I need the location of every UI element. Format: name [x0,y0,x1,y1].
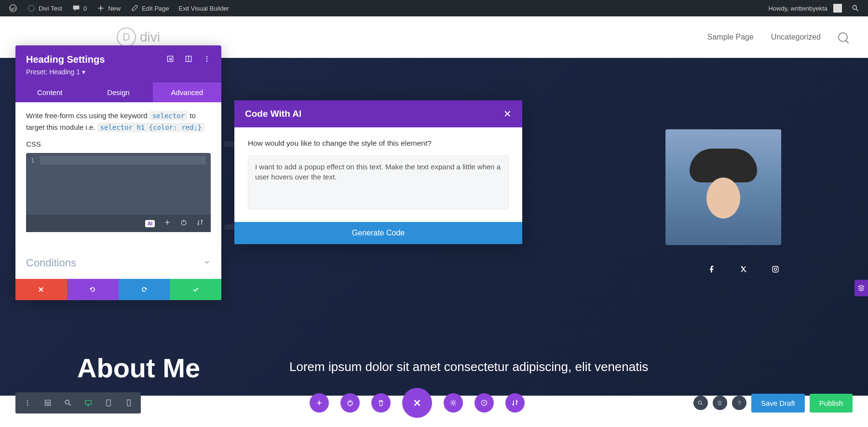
svg-point-10 [206,58,207,59]
svg-rect-19 [49,403,51,406]
svg-point-2 [853,5,856,9]
plus-icon[interactable] [163,219,171,228]
svg-rect-22 [107,400,110,406]
edit-page-link[interactable]: Edit Page [125,0,174,16]
site-name-label: Divi Test [39,5,62,12]
trash-icon[interactable] [371,393,391,413]
wp-logo[interactable] [4,0,22,16]
x-icon[interactable] [740,265,749,275]
add-icon[interactable] [310,393,329,413]
redo-button[interactable] [119,279,170,300]
edit-page-label: Edit Page [142,5,169,12]
sort-icon[interactable] [505,393,525,413]
help-icon[interactable]: ? [732,396,746,410]
ai-prompt-label: How would you like to change the style o… [248,139,509,148]
phone-icon[interactable] [119,392,139,413]
svg-point-14 [27,400,28,401]
close-builder-icon[interactable] [402,388,432,418]
site-logo[interactable]: D divi [117,28,160,47]
svg-point-4 [774,268,776,270]
facebook-icon[interactable] [708,265,718,275]
tab-design[interactable]: Design [84,83,152,102]
svg-point-5 [777,267,778,268]
hero-portrait [665,129,781,245]
ai-modal: Code With AI ✕ How would you like to cha… [234,100,522,244]
logo-text: divi [140,29,160,45]
new-link[interactable]: New [92,0,125,16]
settings-panel: Heading Settings Preset: Heading 1 ▾ Con… [15,45,221,300]
search-icon[interactable] [838,32,848,42]
line-number: 1 [31,157,35,164]
layers-small-icon[interactable] [713,396,727,410]
generate-code-button[interactable]: Generate Code [234,222,522,244]
svg-rect-17 [45,400,50,402]
svg-point-1 [28,5,35,12]
ai-modal-title: Code With AI [245,109,301,119]
nav-sample-page[interactable]: Sample Page [707,33,754,41]
nav-uncategorized[interactable]: Uncategorized [771,33,821,41]
preset-dropdown[interactable]: Preset: Heading 1 ▾ [26,68,211,76]
panel-title: Heading Settings [26,54,105,65]
svg-point-28 [698,400,702,404]
tab-advanced[interactable]: Advanced [153,83,221,102]
conditions-label: Conditions [26,257,76,269]
builder-bottom-bar: ? Save Draft Publish [15,392,853,413]
snap-icon[interactable] [185,54,192,65]
side-layers-tab[interactable] [854,280,868,296]
conditions-toggle[interactable]: Conditions [15,247,221,279]
cancel-button[interactable] [15,279,67,300]
publish-button[interactable]: Publish [810,394,853,413]
zoom-icon[interactable] [58,392,78,413]
ai-button[interactable]: AI [145,220,155,227]
css-editor[interactable]: 1 AI [26,153,211,232]
exit-builder-label: Exit Visual Builder [179,5,230,12]
comments-count: 0 [83,5,87,12]
more-icon[interactable] [203,54,211,65]
power-icon[interactable] [180,219,188,228]
css-label: CSS [26,140,211,148]
admin-search[interactable] [847,0,864,16]
new-label: New [108,5,121,12]
greeting-label: Howdy, writtenbyekta [768,5,827,12]
logo-icon: D [117,28,136,47]
expand-icon[interactable] [166,54,174,65]
css-help-text: Write free-form css using the keyword se… [26,110,211,133]
tab-content[interactable]: Content [15,83,84,102]
power-icon[interactable] [340,393,360,413]
sort-icon[interactable] [196,219,204,228]
comments-link[interactable]: 0 [67,0,92,16]
save-draft-button[interactable]: Save Draft [751,394,805,413]
svg-point-15 [27,402,28,403]
chevron-down-icon [203,258,211,268]
svg-rect-21 [85,400,92,404]
exit-builder-link[interactable]: Exit Visual Builder [174,0,234,16]
close-icon[interactable]: ✕ [503,108,512,120]
avatar [833,4,842,13]
instagram-icon[interactable] [772,265,781,275]
history-icon[interactable] [475,393,494,413]
site-name-link[interactable]: Divi Test [22,0,67,16]
undo-button[interactable] [67,279,119,300]
wp-admin-bar: Divi Test 0 New Edit Page Exit Visual Bu… [0,0,868,16]
search-small-icon[interactable] [693,396,708,410]
desktop-icon[interactable] [78,392,98,413]
svg-point-11 [206,61,207,62]
tablet-icon[interactable] [98,392,119,413]
save-button[interactable] [170,279,221,300]
svg-point-26 [452,402,455,404]
svg-point-20 [65,400,69,404]
svg-point-16 [27,405,28,406]
user-greeting[interactable]: Howdy, writtenbyekta [763,0,847,16]
menu-icon[interactable] [17,392,38,413]
about-text: Lorem ipsum dolor sit amet consectetur a… [289,359,648,375]
wireframe-icon[interactable] [38,392,58,413]
ai-prompt-input[interactable] [248,155,509,209]
gear-icon[interactable] [444,393,463,413]
svg-point-9 [206,56,207,57]
about-heading: About Me [77,352,200,384]
svg-rect-18 [45,403,47,406]
svg-rect-23 [127,400,130,406]
